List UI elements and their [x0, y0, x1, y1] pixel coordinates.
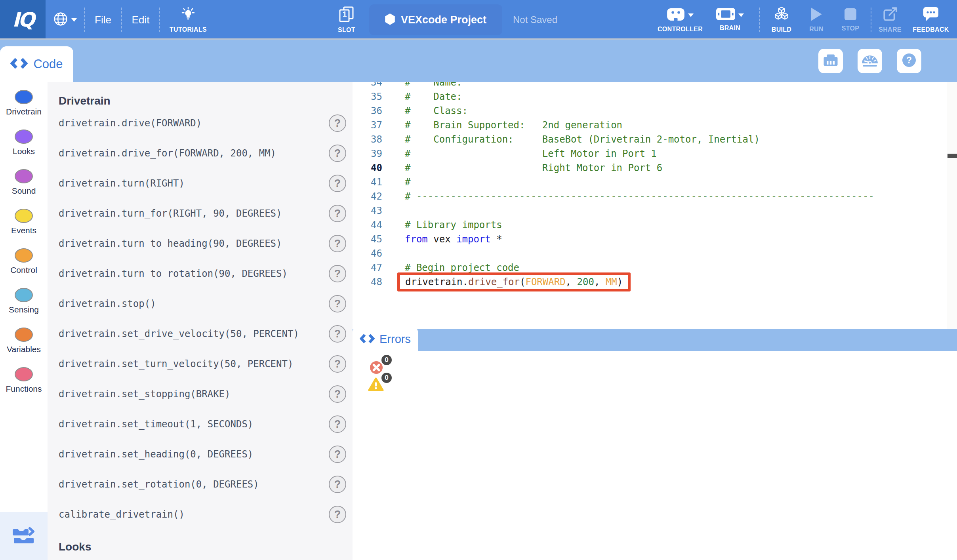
code-line-44[interactable]: 44# Library imports: [353, 218, 874, 232]
brain-button[interactable]: BRAIN: [709, 0, 751, 40]
category-circle[interactable]: [15, 130, 33, 144]
help-icon[interactable]: ?: [329, 145, 346, 162]
blocks-text-toggle-button[interactable]: [0, 512, 48, 560]
build-button[interactable]: BUILD: [768, 0, 795, 40]
palette-command[interactable]: calibrate_drivetrain()?: [48, 499, 353, 530]
code-line-41[interactable]: 41#: [353, 175, 874, 189]
help-icon[interactable]: ?: [329, 235, 346, 252]
controller-button[interactable]: CONTROLLER: [655, 0, 705, 40]
help-icon[interactable]: ?: [329, 355, 346, 373]
help-icon[interactable]: ?: [329, 265, 346, 282]
stop-icon: [844, 8, 857, 22]
code-line-40[interactable]: 40# Right Motor in Port 6: [353, 161, 874, 175]
category-circle[interactable]: [15, 169, 33, 183]
command-text[interactable]: drivetrain.set_stopping(BRAKE): [59, 389, 230, 400]
sidebar-item-variables[interactable]: Variables: [0, 324, 48, 364]
category-circle[interactable]: [15, 248, 33, 263]
command-text[interactable]: drivetrain.drive(FORWARD): [59, 118, 202, 129]
help-icon[interactable]: ?: [329, 175, 346, 192]
run-button[interactable]: RUN: [805, 0, 828, 40]
palette-command[interactable]: drivetrain.turn_to_rotation(90, DEGREES)…: [48, 259, 353, 289]
code-line-39[interactable]: 39# Left Motor in Port 1: [353, 147, 874, 161]
palette-command[interactable]: drivetrain.stop()?: [48, 289, 353, 319]
help-icon[interactable]: ?: [329, 476, 346, 493]
dashboard-gauge-button[interactable]: [858, 49, 882, 73]
command-text[interactable]: calibrate_drivetrain(): [59, 509, 185, 520]
command-text[interactable]: drivetrain.turn(RIGHT): [59, 178, 185, 189]
palette-command[interactable]: drivetrain.turn(RIGHT)?: [48, 168, 353, 198]
command-text[interactable]: drivetrain.turn_to_heading(90, DEGREES): [59, 238, 282, 249]
help-icon[interactable]: ?: [329, 114, 346, 132]
command-text[interactable]: drivetrain.turn_for(RIGHT, 90, DEGREES): [59, 208, 282, 219]
palette-command[interactable]: drivetrain.set_stopping(BRAKE)?: [48, 379, 353, 409]
palette-command[interactable]: drivetrain.set_timeout(1, SECONDS)?: [48, 409, 353, 439]
help-button[interactable]: ?: [897, 49, 921, 73]
editor-scrollbar[interactable]: [947, 82, 957, 329]
help-icon[interactable]: ?: [329, 446, 346, 463]
code-line-35[interactable]: 35# Date:: [353, 90, 874, 104]
help-icon[interactable]: ?: [329, 295, 346, 312]
code-editor[interactable]: 34# Name:35# Date:36# Class:37# Brain Su…: [353, 82, 957, 560]
edit-menu[interactable]: Edit: [122, 0, 159, 40]
palette-command[interactable]: drivetrain.drive(FORWARD)?: [48, 108, 353, 138]
device-manager-button[interactable]: [818, 49, 843, 73]
help-icon[interactable]: ?: [329, 415, 346, 433]
command-text[interactable]: drivetrain.set_drive_velocity(50, PERCEN…: [59, 328, 299, 339]
command-text[interactable]: drivetrain.set_heading(0, DEGREES): [59, 449, 253, 460]
help-icon[interactable]: ?: [329, 385, 346, 403]
code-line-42[interactable]: 42# ------------------------------------…: [353, 189, 874, 204]
code-line-45[interactable]: 45from vex import *: [353, 232, 874, 246]
command-text[interactable]: drivetrain.stop(): [59, 298, 156, 309]
category-circle[interactable]: [15, 328, 33, 342]
code-text: # Library imports: [405, 219, 502, 230]
sidebar-item-sensing[interactable]: Sensing: [0, 285, 48, 324]
sidebar-item-looks[interactable]: Looks: [0, 126, 48, 166]
sidebar-item-events[interactable]: Events: [0, 206, 48, 245]
share-button[interactable]: SHARE: [877, 0, 903, 40]
command-text[interactable]: drivetrain.turn_to_rotation(90, DEGREES): [59, 268, 288, 279]
feedback-button[interactable]: FEEDBACK: [910, 0, 951, 40]
sidebar-item-control[interactable]: Control: [0, 245, 48, 285]
language-menu[interactable]: [46, 0, 84, 40]
code-line-37[interactable]: 37# Brain Supported: 2nd generation: [353, 118, 874, 132]
share-icon: [883, 7, 898, 23]
help-icon[interactable]: ?: [329, 506, 346, 523]
sidebar-item-sound[interactable]: Sound: [0, 166, 48, 206]
code-line-34[interactable]: 34# Name:: [353, 82, 874, 90]
help-icon[interactable]: ?: [329, 205, 346, 222]
category-circle[interactable]: [15, 367, 33, 381]
palette-command[interactable]: drivetrain.set_heading(0, DEGREES)?: [48, 439, 353, 469]
help-icon[interactable]: ?: [329, 325, 346, 343]
category-circle[interactable]: [15, 288, 33, 302]
sidebar-item-drivetrain[interactable]: Drivetrain: [0, 87, 48, 126]
command-text[interactable]: drivetrain.set_turn_velocity(50, PERCENT…: [59, 358, 293, 370]
code-line-38[interactable]: 38# Configuration: BaseBot (Drivetrain 2…: [353, 132, 874, 147]
scrollbar-thumb[interactable]: [947, 154, 957, 158]
command-text[interactable]: drivetrain.set_timeout(1, SECONDS): [59, 419, 253, 430]
slot-selector[interactable]: 1 SLOT: [335, 0, 358, 40]
tab-code[interactable]: Code: [0, 46, 73, 82]
code-line-43[interactable]: 43: [353, 204, 874, 218]
code-line-36[interactable]: 36# Class:: [353, 104, 874, 118]
command-text[interactable]: drivetrain.drive_for(FORWARD, 200, MM): [59, 148, 276, 159]
tutorials-button[interactable]: TUTORIALS: [160, 0, 216, 40]
palette-command[interactable]: drivetrain.set_turn_velocity(50, PERCENT…: [48, 349, 353, 379]
palette-command[interactable]: drivetrain.set_rotation(0, DEGREES)?: [48, 469, 353, 499]
palette-command[interactable]: drivetrain.turn_to_heading(90, DEGREES)?: [48, 229, 353, 259]
stop-button[interactable]: STOP: [838, 0, 863, 40]
tab-errors[interactable]: Errors: [353, 328, 418, 351]
palette-command[interactable]: drivetrain.drive_for(FORWARD, 200, MM)?: [48, 138, 353, 168]
code-line-46[interactable]: 46: [353, 246, 874, 261]
category-label: Variables: [7, 345, 41, 354]
sidebar-item-functions[interactable]: Functions: [0, 364, 48, 404]
category-circle[interactable]: [15, 90, 33, 104]
file-menu[interactable]: File: [85, 0, 121, 40]
code-text: # Right Motor in Port 6: [405, 162, 662, 173]
category-circle[interactable]: [15, 209, 33, 223]
code-text: #: [405, 177, 410, 188]
command-text[interactable]: drivetrain.set_rotation(0, DEGREES): [59, 479, 259, 490]
project-name-button[interactable]: VEXcode Project: [369, 4, 502, 35]
palette-command[interactable]: drivetrain.set_drive_velocity(50, PERCEN…: [48, 319, 353, 349]
palette-command[interactable]: drivetrain.turn_for(RIGHT, 90, DEGREES)?: [48, 198, 353, 229]
code-line-48[interactable]: 48drivetrain.drive_for(FORWARD, 200, MM): [353, 275, 874, 289]
